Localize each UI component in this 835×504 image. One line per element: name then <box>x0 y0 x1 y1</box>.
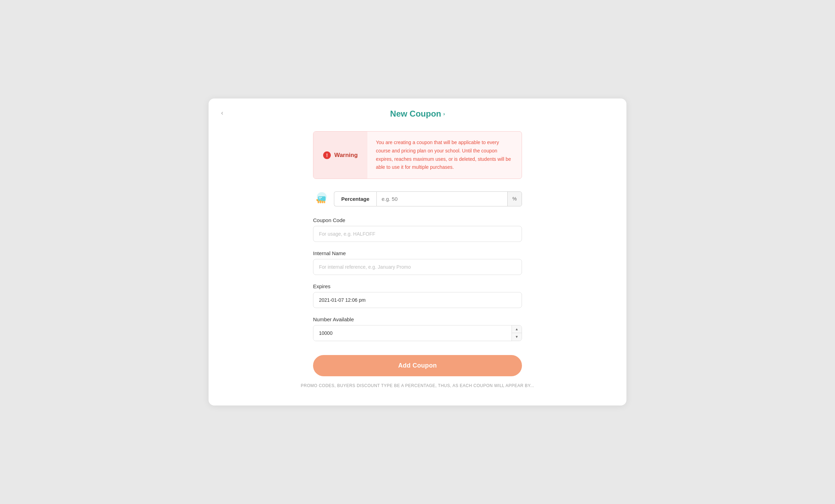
warning-icon: ! <box>323 151 331 159</box>
warning-banner: ! Warning You are creating a coupon that… <box>313 131 522 179</box>
warning-left-panel: ! Warning <box>313 132 367 179</box>
warning-label: Warning <box>334 152 358 159</box>
expires-label: Expires <box>313 283 522 289</box>
page-header: New Coupon › <box>223 109 612 119</box>
spinner-up-button[interactable]: ▲ <box>512 325 522 333</box>
spinner-buttons: ▲ ▼ <box>512 325 522 341</box>
svg-rect-5 <box>320 200 321 203</box>
svg-rect-3 <box>319 198 321 199</box>
percent-badge: % <box>507 192 522 206</box>
back-button[interactable]: ‹ <box>218 108 226 117</box>
warning-message: You are creating a coupon that will be a… <box>367 132 522 179</box>
internal-name-label: Internal Name <box>313 250 522 256</box>
discount-value-input[interactable] <box>377 192 507 206</box>
coupon-illustration <box>313 190 330 207</box>
internal-name-group: Internal Name <box>313 250 522 275</box>
svg-rect-2 <box>319 197 322 198</box>
coupon-code-input[interactable] <box>313 226 522 242</box>
form-area: ! Warning You are creating a coupon that… <box>313 131 522 376</box>
svg-rect-7 <box>324 201 325 203</box>
bottom-text: PROMO CODES, BUYERS DISCOUNT TYPE BE A P… <box>223 383 612 388</box>
discount-input-wrapper: % <box>376 191 522 206</box>
title-chevron: › <box>443 111 445 117</box>
spinner-down-button[interactable]: ▼ <box>512 333 522 341</box>
coupon-code-label: Coupon Code <box>313 217 522 223</box>
discount-type-row: Percentage % <box>313 190 522 207</box>
main-window: ‹ New Coupon › ! Warning You are creatin… <box>209 99 626 405</box>
discount-type-button[interactable]: Percentage <box>334 191 376 206</box>
page-title: New Coupon › <box>390 109 445 119</box>
expires-input[interactable] <box>313 292 522 308</box>
coupon-code-group: Coupon Code <box>313 217 522 242</box>
expires-group: Expires <box>313 283 522 308</box>
number-available-input[interactable] <box>313 325 512 341</box>
number-available-wrapper: ▲ ▼ <box>313 325 522 341</box>
internal-name-input[interactable] <box>313 259 522 275</box>
number-available-label: Number Available <box>313 316 522 322</box>
svg-rect-6 <box>322 200 323 203</box>
number-available-group: Number Available ▲ ▼ <box>313 316 522 341</box>
add-coupon-button[interactable]: Add Coupon <box>313 355 522 376</box>
